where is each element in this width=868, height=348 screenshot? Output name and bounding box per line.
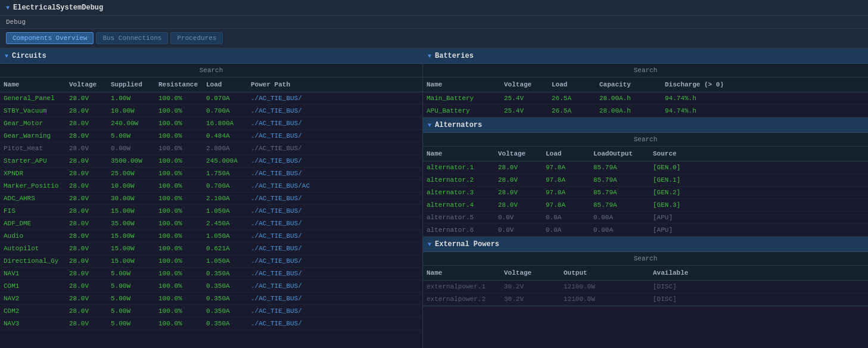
circuit-voltage: 28.0V xyxy=(66,144,107,153)
external-power-available: [DISC] xyxy=(649,294,709,304)
table-row: alternator.3 28.0V 97.8A 85.79A [GEN.2] xyxy=(423,187,868,199)
tab-components-overview[interactable]: Components Overview xyxy=(6,32,94,44)
alternator-voltage: 28.0V xyxy=(494,200,542,210)
alternator-load: 97.8A xyxy=(542,188,590,197)
circuit-voltage: 28.0V xyxy=(66,319,107,328)
table-row: COM2 28.0V 5.00W 100.0% 0.350A ./AC_TIE_… xyxy=(0,305,422,318)
circuit-supplied: 3500.00W xyxy=(107,156,155,166)
external-powers-col-available: Available xyxy=(649,268,709,278)
table-row: alternator.6 0.0V 0.0A 0.00A [APU] xyxy=(423,224,868,237)
circuit-powerpath: ./AC_TIE_BUS/ xyxy=(247,219,354,228)
external-power-name: externalpower.1 xyxy=(423,282,500,291)
external-power-available: [DISC] xyxy=(649,282,709,291)
circuit-resistance: 100.0% xyxy=(155,106,203,116)
circuits-col-supplied: Supplied xyxy=(107,80,155,89)
tabs-bar: Components Overview Bus Connections Proc… xyxy=(0,29,868,49)
circuit-name: Pitot_Heat xyxy=(0,144,66,153)
circuit-name: Directional_Gy xyxy=(0,256,66,266)
batteries-triangle-icon: ▼ xyxy=(428,53,431,60)
alternator-loadoutput: 85.79A xyxy=(590,163,649,172)
circuit-voltage: 28.0V xyxy=(66,306,107,316)
circuit-voltage: 28.0V xyxy=(66,119,107,128)
alternator-source: [GEN.3] xyxy=(649,200,697,210)
circuit-resistance: 100.0% xyxy=(155,231,203,241)
circuit-resistance: 100.0% xyxy=(155,156,203,166)
circuit-resistance: 100.0% xyxy=(155,306,203,316)
alternators-col-voltage: Voltage xyxy=(494,149,542,159)
external-powers-table-header: Name Voltage Output Available xyxy=(423,266,868,281)
batteries-header: ▼ Batteries xyxy=(423,49,868,64)
circuit-supplied: 15.00W xyxy=(107,256,155,266)
alternators-search-label: Search xyxy=(634,136,658,143)
external-power-voltage: 30.2V xyxy=(500,294,560,304)
circuit-voltage: 28.0V xyxy=(66,281,107,291)
app-title: ElectricalSystemDebug xyxy=(13,4,103,12)
batteries-col-load: Load xyxy=(548,80,596,89)
circuit-name: ADC_AHRS xyxy=(0,194,66,203)
circuit-supplied: 5.00W xyxy=(107,294,155,303)
table-row: alternator.4 28.0V 97.8A 85.79A [GEN.3] xyxy=(423,199,868,212)
debug-label: Debug xyxy=(6,18,26,26)
circuit-supplied: 5.00W xyxy=(107,281,155,291)
circuit-supplied: 240.00W xyxy=(107,119,155,128)
circuit-powerpath: ./AC_TIE_BUS/ xyxy=(247,144,354,153)
external-powers-title: External Powers xyxy=(435,240,499,248)
circuit-load: 0.070A xyxy=(203,94,247,103)
alternators-triangle-icon: ▼ xyxy=(428,122,431,129)
circuit-name: ADF_DME xyxy=(0,219,66,228)
circuit-powerpath: ./AC_TIE_BUS/ xyxy=(247,194,354,203)
alternator-source: [GEN.0] xyxy=(649,163,697,172)
alternator-name: alternator.2 xyxy=(423,175,494,185)
circuit-load: 1.750A xyxy=(203,169,247,178)
batteries-col-name: Name xyxy=(423,80,500,89)
external-powers-col-output: Output xyxy=(560,268,649,278)
tab-bus-connections[interactable]: Bus Connections xyxy=(96,32,168,44)
circuit-load: 245.000A xyxy=(203,156,247,166)
table-row: XPNDR 28.0V 25.00W 100.0% 1.750A ./AC_TI… xyxy=(0,167,422,180)
tab-procedures[interactable]: Procedures xyxy=(170,32,223,44)
circuit-load: 1.050A xyxy=(203,206,247,216)
circuit-resistance: 100.0% xyxy=(155,294,203,303)
battery-voltage: 25.4V xyxy=(500,94,548,103)
circuit-resistance: 100.0% xyxy=(155,256,203,266)
alternator-source: [GEN.2] xyxy=(649,188,697,197)
circuits-table-body: General_Panel 28.0V 1.00W 100.0% 0.070A … xyxy=(0,92,422,348)
battery-load: 26.5A xyxy=(548,94,596,103)
table-row: Marker_Positio 28.0V 10.00W 100.0% 0.700… xyxy=(0,180,422,192)
circuit-supplied: 25.00W xyxy=(107,169,155,178)
circuit-resistance: 100.0% xyxy=(155,119,203,128)
battery-discharge: 94.74%.h xyxy=(661,94,733,103)
external-powers-triangle-icon: ▼ xyxy=(428,241,431,248)
alternator-load: 0.0A xyxy=(542,213,590,222)
external-powers-col-voltage: Voltage xyxy=(500,268,560,278)
table-row: APU_Battery 25.4V 26.5A 28.00A.h 94.74%.… xyxy=(423,105,868,117)
alternator-name: alternator.6 xyxy=(423,225,494,235)
alternator-voltage: 0.0V xyxy=(494,213,542,222)
circuit-name: Gear_Warning xyxy=(0,131,66,141)
batteries-col-capacity: Capacity xyxy=(596,80,661,89)
circuit-load: 0.350A xyxy=(203,306,247,316)
table-row: Pitot_Heat 28.0V 0.00W 100.0% 2.800A ./A… xyxy=(0,142,422,155)
alternator-source: [APU] xyxy=(649,225,697,235)
alternator-voltage: 28.0V xyxy=(494,175,542,185)
circuit-name: COM1 xyxy=(0,281,66,291)
alternator-voltage: 0.0V xyxy=(494,225,542,235)
circuits-triangle-icon: ▼ xyxy=(5,53,8,60)
circuit-powerpath: ./AC_TIE_BUS/ xyxy=(247,206,354,216)
circuits-table-header: Name Voltage Supplied Resistance Load Po… xyxy=(0,77,422,92)
circuit-resistance: 100.0% xyxy=(155,181,203,191)
circuit-name: Audio xyxy=(0,231,66,241)
table-row: NAV3 28.0V 5.00W 100.0% 0.350A ./AC_TIE_… xyxy=(0,318,422,330)
circuit-powerpath: ./AC_TIE_BUS/ xyxy=(247,156,354,166)
right-panel: ▼ Batteries Search Name Voltage Load Cap… xyxy=(423,49,868,348)
batteries-section: ▼ Batteries Search Name Voltage Load Cap… xyxy=(423,49,868,118)
circuit-voltage: 28.0V xyxy=(66,294,107,303)
alternators-title: Alternators xyxy=(435,121,482,129)
circuits-col-powerpath: Power Path xyxy=(247,80,354,89)
alternators-col-loadoutput: LoadOutput xyxy=(590,149,649,159)
circuit-powerpath: ./AC_TIE_BUS/ xyxy=(247,131,354,141)
circuit-supplied: 5.00W xyxy=(107,131,155,141)
table-row: STBY_Vacuum 28.0V 10.00W 100.0% 0.700A .… xyxy=(0,105,422,117)
circuit-voltage: 28.0V xyxy=(66,131,107,141)
external-power-voltage: 30.2V xyxy=(500,282,560,291)
